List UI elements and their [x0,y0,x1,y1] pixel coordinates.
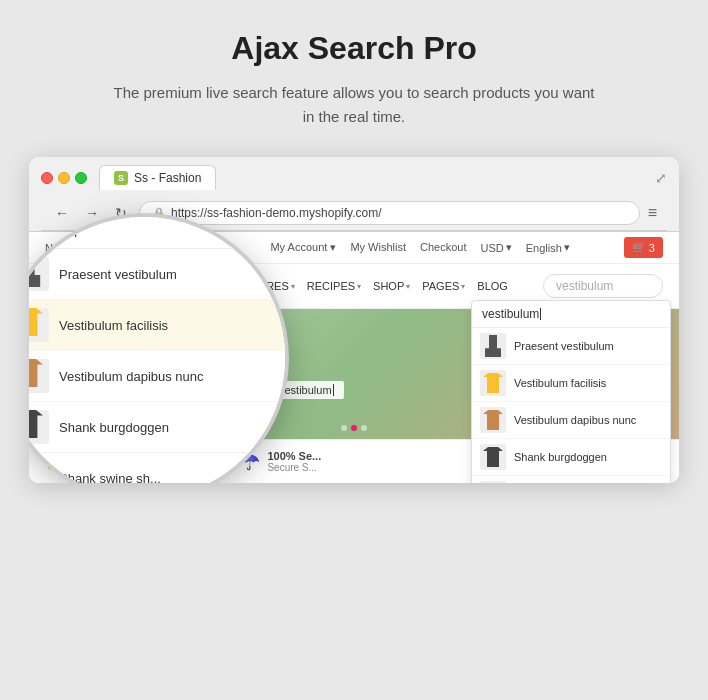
magnified-circle: vestibulum Praesent vestibulum V [29,213,289,483]
store-search-box[interactable]: vestibulum [543,274,663,298]
my-wishlist-link[interactable]: My Wishlist [350,241,406,254]
sidebar-result-1[interactable]: Praesent vestibulum [472,328,670,365]
currency-dropdown[interactable]: USD ▾ [480,241,511,254]
mag-result-text-4: Shank burgdoggen [59,420,169,435]
shopify-icon: S [114,171,128,185]
cart-icon: 🛒 [632,241,646,254]
mag-result-2[interactable]: Vestibulum facilisis [29,300,285,351]
sidebar-result-3[interactable]: Vestibulum dapibus nunc [472,402,670,439]
mag-result-1[interactable]: Praesent vestibulum [29,249,285,300]
cart-count: 3 [649,242,655,254]
sidebar-result-2[interactable]: Vestibulum facilisis [472,365,670,402]
mag-result-3[interactable]: Vestibulum dapibus nunc [29,351,285,402]
magnified-cursor [272,226,273,240]
close-dot[interactable] [41,172,53,184]
sidebar-thumb-4 [480,444,506,470]
mag-result-text-2: Vestibulum facilisis [59,318,168,333]
mag-thumb-4 [29,410,49,444]
hero-dot-3[interactable] [361,425,367,431]
mag-thumb-2 [29,308,49,342]
mag-thumb-5 [29,461,49,483]
sidebar-thumb-2 [480,370,506,396]
checkout-link[interactable]: Checkout [420,241,466,254]
browser-dots [41,172,87,184]
minimize-dot[interactable] [58,172,70,184]
search-placeholder: vestibulum [556,279,613,293]
nav-recipes[interactable]: RECIPES ▾ [307,280,361,292]
nav-pages[interactable]: PAGES ▾ [422,280,465,292]
hero-dot-1[interactable] [341,425,347,431]
browser-tab[interactable]: S Ss - Fashion [99,165,216,190]
hero-search-text: vestibulum [279,384,332,396]
magnified-results: Praesent vestibulum Vestibulum facilisis… [29,249,285,483]
magnified-search-bar[interactable]: vestibulum [29,217,285,249]
sidebar-result-label-2: Vestibulum facilisis [514,377,606,389]
sidebar-thumb-3 [480,407,506,433]
sidebar-thumb-5 [480,481,506,483]
mag-result-5[interactable]: Shank swine sh... [29,453,285,483]
fullscreen-dot[interactable] [75,172,87,184]
mag-result-4[interactable]: Shank burgdoggen [29,402,285,453]
hero-search-cursor [333,384,334,396]
mag-thumb-3 [29,359,49,393]
sidebar-result-label-4: Shank burgdoggen [514,451,607,463]
nav-blog[interactable]: BLOG [477,280,508,292]
sidebar-result-5[interactable]: Shank swine shoul [472,476,670,483]
sidebar-search-cursor [540,308,541,320]
hero-dots [341,425,367,431]
expand-icon: ⤢ [655,170,667,186]
browser-window: S Ss - Fashion ⤢ ← → ↻ 🔒 https://ss-fash… [29,157,679,483]
magnified-search-input: vestibulum [29,225,271,240]
sidebar-search-value: vestibulum [482,307,539,321]
magnified-content: vestibulum Praesent vestibulum V [29,217,285,483]
hero-dot-2[interactable] [351,425,357,431]
cart-button[interactable]: 🛒 3 [624,237,663,258]
store-wrapper: Need help? contact@example.com My Accoun… [29,232,679,483]
mag-result-text-3: Vestibulum dapibus nunc [59,369,204,384]
sidebar-result-label-1: Praesent vestibulum [514,340,614,352]
nav-shop[interactable]: SHOP ▾ [373,280,410,292]
sidebar-thumb-1 [480,333,506,359]
sidebar-search-input[interactable]: vestibulum [472,301,670,328]
tab-label: Ss - Fashion [134,171,201,185]
page-title: Ajax Search Pro [231,30,476,67]
mag-result-text-1: Praesent vestibulum [59,267,177,282]
mag-result-text-5: Shank swine sh... [59,471,161,484]
language-dropdown[interactable]: English ▾ [526,241,570,254]
mag-thumb-1 [29,257,49,291]
sidebar-result-4[interactable]: Shank burgdoggen [472,439,670,476]
sidebar-result-label-3: Vestibulum dapibus nunc [514,414,636,426]
sidebar-search-dropdown: vestibulum Praesent vestibulum Vestibulu… [471,300,671,483]
browser-menu-icon[interactable]: ≡ [648,204,657,222]
topbar-center: My Account ▾ My Wishlist Checkout USD ▾ … [270,241,569,254]
page-subtitle: The premium live search feature allows y… [113,81,594,129]
